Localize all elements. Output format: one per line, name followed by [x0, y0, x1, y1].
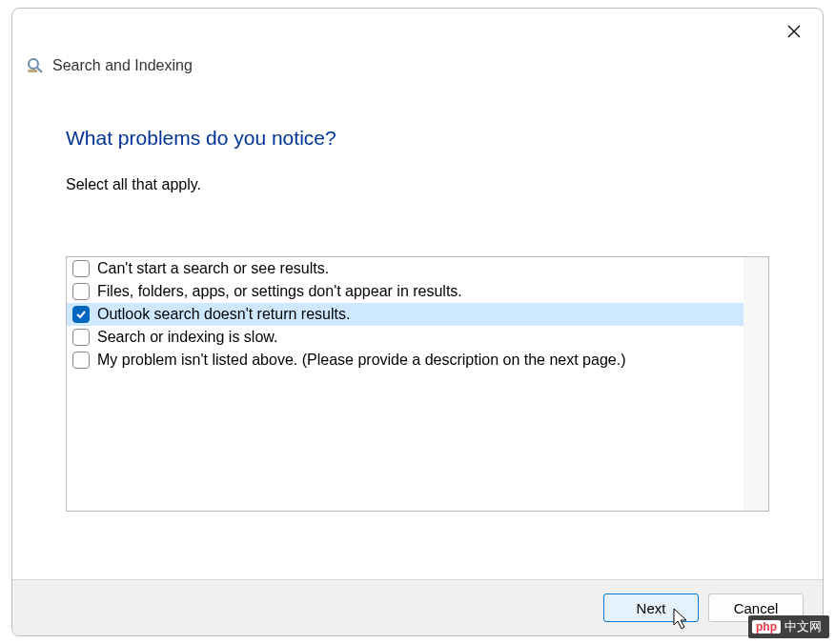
close-icon — [787, 25, 801, 38]
option-indexing-slow[interactable]: Search or indexing is slow. — [67, 326, 743, 349]
option-label: Search or indexing is slow. — [97, 329, 277, 346]
troubleshooter-window: Search and Indexing What problems do you… — [11, 8, 824, 636]
watermark-text: 中文网 — [784, 618, 822, 635]
option-files-not-in-results[interactable]: Files, folders, apps, or settings don't … — [67, 280, 743, 303]
search-indexing-icon — [26, 56, 45, 75]
next-button[interactable]: Next — [603, 594, 699, 622]
dialog-footer: Next Cancel — [12, 579, 823, 635]
cancel-button-label: Cancel — [734, 600, 779, 616]
watermark-badge: php 中文网 — [748, 615, 829, 638]
option-not-listed[interactable]: My problem isn't listed above. (Please p… — [67, 349, 743, 372]
options-scroll-area[interactable]: Can't start a search or see results. Fil… — [67, 257, 768, 511]
option-outlook-search[interactable]: Outlook search doesn't return results. — [67, 303, 743, 326]
content-area: What problems do you notice? Select all … — [12, 75, 823, 579]
option-label: Can't start a search or see results. — [97, 260, 329, 277]
window-header: Search and Indexing — [12, 9, 823, 75]
svg-point-2 — [29, 59, 38, 69]
svg-line-3 — [37, 68, 42, 72]
checkbox[interactable] — [72, 352, 90, 369]
checkbox[interactable] — [72, 306, 90, 323]
option-label: Files, folders, apps, or settings don't … — [97, 283, 462, 300]
option-label: My problem isn't listed above. (Please p… — [97, 352, 625, 369]
options-listbox: Can't start a search or see results. Fil… — [66, 256, 769, 512]
next-button-label: Next — [637, 600, 666, 616]
option-cant-start-search[interactable]: Can't start a search or see results. — [67, 257, 743, 280]
checkbox[interactable] — [72, 329, 90, 346]
subtitle-text: Select all that apply. — [66, 176, 769, 193]
option-label: Outlook search doesn't return results. — [97, 306, 350, 323]
window-title: Search and Indexing — [52, 57, 193, 74]
close-button[interactable] — [783, 20, 805, 43]
checkbox[interactable] — [72, 260, 90, 277]
question-heading: What problems do you notice? — [66, 127, 769, 150]
watermark-brand: php — [752, 620, 781, 634]
checkbox[interactable] — [72, 283, 90, 300]
svg-rect-4 — [28, 70, 37, 72]
